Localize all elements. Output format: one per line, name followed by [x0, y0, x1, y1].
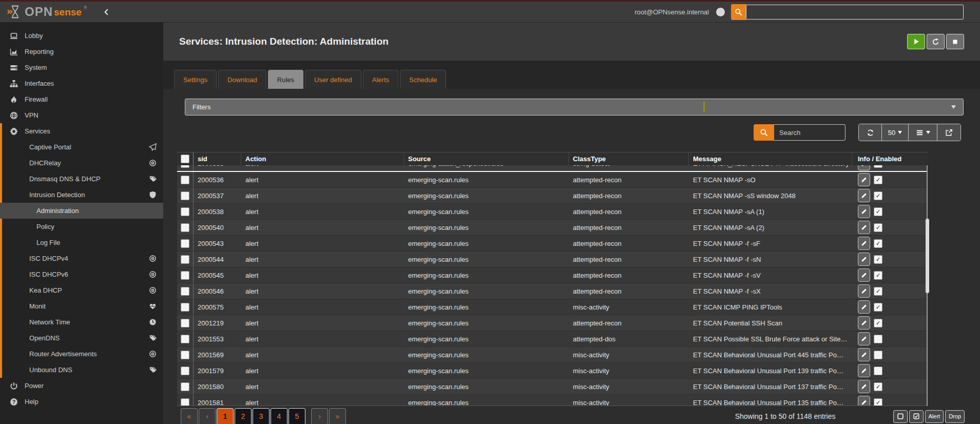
avatar[interactable]	[716, 8, 725, 16]
edit-rule-button[interactable]	[858, 284, 870, 298]
enabled-checkbox[interactable]: ✓	[874, 398, 882, 407]
edit-rule-button[interactable]	[858, 332, 870, 345]
enabled-checkbox[interactable]: ✓	[874, 271, 882, 280]
row-select-checkbox[interactable]	[181, 271, 189, 280]
page-size-dropdown[interactable]: 50	[881, 124, 908, 141]
enabled-checkbox[interactable]	[874, 351, 882, 359]
table-row-2000538[interactable]: 2000538alertemerging-scan.rulesattempted…	[177, 204, 928, 220]
column-chooser-dropdown[interactable]	[908, 124, 937, 141]
table-row-2000546[interactable]: 2000546alertemerging-scan.rulesattempted…	[177, 283, 928, 299]
sidebar-item-log-file[interactable]: Log File	[0, 235, 163, 250]
edit-rule-button[interactable]	[858, 237, 870, 250]
page-2-button[interactable]: 2	[235, 408, 252, 424]
enabled-checkbox[interactable]: ✓	[874, 319, 882, 327]
edit-rule-button[interactable]	[858, 348, 870, 361]
top-search-input[interactable]	[746, 5, 964, 20]
sidebar-item-reporting[interactable]: Reporting	[0, 44, 163, 60]
row-select-checkbox[interactable]	[181, 191, 189, 200]
opnsense-logo[interactable]: OPN sense ®	[0, 4, 87, 20]
enabled-checkbox[interactable]: ✓	[874, 255, 882, 264]
sidebar-item-network-time[interactable]: Network Time	[0, 314, 163, 330]
select-all-rows-button[interactable]	[909, 410, 924, 423]
grid-search-button[interactable]	[754, 124, 774, 141]
row-select-checkbox[interactable]	[181, 319, 189, 327]
table-row-2001579[interactable]: 2001579alertemerging-scan.rulesmisc-acti…	[177, 363, 928, 379]
sidebar-item-system[interactable]: System	[0, 60, 163, 75]
export-button[interactable]	[937, 124, 960, 141]
table-row-2001569[interactable]: 2001569alertemerging-scan.rulesmisc-acti…	[177, 347, 928, 363]
edit-rule-button[interactable]	[858, 364, 870, 377]
grid-search-input[interactable]	[774, 124, 846, 141]
sidebar-item-interfaces[interactable]: Interfaces	[0, 75, 163, 91]
alert-bulk-button[interactable]: Alert	[925, 410, 944, 423]
tab-schedule[interactable]: Schedule	[400, 70, 446, 89]
page-next-button[interactable]: ›	[311, 408, 328, 424]
sidebar-item-lobby[interactable]: Lobby	[0, 28, 163, 44]
tab-user-defined[interactable]: User defined	[305, 70, 361, 89]
row-select-checkbox[interactable]	[181, 382, 189, 391]
edit-rule-button[interactable]	[858, 189, 870, 202]
enabled-checkbox[interactable]: ✓	[874, 287, 882, 296]
sidebar-item-intrusion-detection[interactable]: Intrusion Detection	[0, 187, 163, 203]
table-row-2001553[interactable]: 2001553alertemerging-scan.rulesattempted…	[177, 331, 928, 347]
tab-download[interactable]: Download	[218, 70, 266, 89]
enabled-checkbox[interactable]: ✓	[874, 207, 882, 216]
page-3-button[interactable]: 3	[253, 408, 270, 424]
filters-select[interactable]: Filters	[185, 99, 964, 115]
table-row-2000536[interactable]: 2000536alertemerging-scan.rulesattempted…	[177, 172, 928, 188]
edit-rule-button[interactable]	[858, 253, 870, 266]
sidebar-item-kea-dhcp[interactable]: Kea DHCP	[0, 282, 163, 298]
table-row-2000543[interactable]: 2000543alertemerging-scan.rulesattempted…	[177, 236, 928, 252]
sidebar-item-services[interactable]: Services	[0, 123, 163, 139]
page-1-button[interactable]: 1	[217, 408, 234, 424]
row-select-checkbox[interactable]	[181, 351, 189, 359]
column-header-action[interactable]: Action	[241, 152, 404, 165]
row-select-checkbox[interactable]	[181, 239, 189, 248]
drop-bulk-button[interactable]: Drop	[945, 410, 965, 423]
scrollbar-thumb[interactable]	[926, 219, 929, 293]
select-all-checkbox[interactable]	[181, 155, 189, 163]
enabled-checkbox[interactable]: ✓	[874, 303, 882, 312]
column-header-source[interactable]: Source	[404, 152, 569, 165]
edit-rule-button[interactable]	[858, 173, 870, 186]
sidebar-item-help[interactable]: ?Help	[0, 394, 163, 410]
page-5-button[interactable]: 5	[289, 408, 305, 424]
edit-rule-button[interactable]	[858, 380, 870, 393]
sidebar-item-unbound-dns[interactable]: Unbound DNS	[0, 362, 163, 378]
row-select-checkbox[interactable]	[181, 367, 189, 375]
enabled-checkbox[interactable]: ✓	[874, 223, 882, 232]
tab-rules[interactable]: Rules	[268, 70, 303, 89]
column-header-info-enabled[interactable]: Info / Enabled	[852, 152, 928, 165]
sidebar-item-isc-dhcpv4[interactable]: ISC DHCPv4	[0, 250, 163, 266]
start-service-button[interactable]	[907, 34, 925, 49]
top-search-button[interactable]	[731, 4, 746, 20]
row-select-checkbox[interactable]	[181, 335, 189, 343]
sidebar-item-vpn[interactable]: VPN	[0, 107, 163, 123]
row-select-checkbox[interactable]	[181, 223, 189, 232]
row-select-checkbox[interactable]	[181, 207, 189, 216]
sidebar-item-administration[interactable]: Administration	[0, 203, 163, 219]
sidebar-collapse-button[interactable]	[103, 8, 110, 16]
row-select-checkbox[interactable]	[181, 165, 189, 168]
sidebar-item-policy[interactable]: Policy	[0, 219, 163, 235]
enabled-checkbox[interactable]: ✓	[874, 382, 882, 391]
page-last-button[interactable]: »	[329, 408, 346, 424]
enabled-checkbox[interactable]	[874, 335, 882, 343]
row-select-checkbox[interactable]	[181, 398, 189, 407]
edit-rule-button[interactable]	[858, 268, 870, 282]
edit-rule-button[interactable]	[858, 396, 870, 406]
sidebar-item-router-advertisements[interactable]: Router Advertisements	[0, 346, 163, 362]
edit-rule-button[interactable]	[858, 205, 870, 218]
sidebar-item-power[interactable]: Power	[0, 378, 163, 394]
sidebar-item-captive-portal[interactable]: Captive Portal	[0, 139, 163, 155]
table-row-2001219[interactable]: 2001219alertemerging-scan.rulesattempted…	[177, 315, 928, 331]
enabled-checkbox[interactable]: ✓	[874, 191, 882, 200]
table-row-2001580[interactable]: 2001580alertemerging-scan.rulesmisc-acti…	[177, 379, 928, 395]
row-select-checkbox[interactable]	[181, 255, 189, 264]
deselect-all-button[interactable]	[893, 410, 908, 423]
sidebar-item-opendns[interactable]: OpenDNS	[0, 330, 163, 346]
table-row-2001581[interactable]: 2001581alertemerging-scan.rulesmisc-acti…	[177, 395, 928, 406]
restart-service-button[interactable]	[927, 34, 945, 49]
page-first-button[interactable]: «	[181, 408, 198, 424]
edit-rule-button[interactable]	[858, 221, 870, 234]
